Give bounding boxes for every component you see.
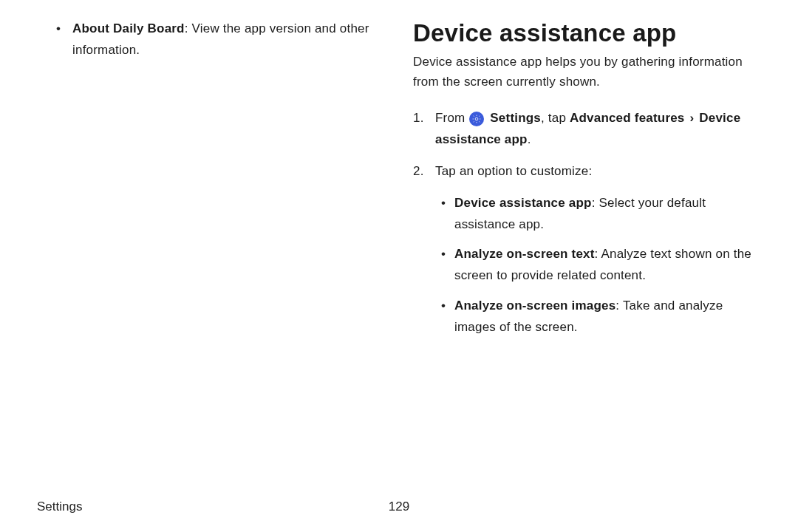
sub-bold-1: Analyze on-screen text — [454, 247, 595, 261]
section-intro: Device assistance app helps you by gathe… — [413, 52, 761, 92]
sub-bold-0: Device assistance app — [454, 196, 592, 210]
step1-advanced-label: Advanced features — [570, 111, 685, 125]
svg-point-0 — [476, 117, 479, 120]
footer-section-label: Settings — [37, 499, 82, 514]
footer-page-number: 129 — [389, 499, 409, 514]
sub-bold-2: Analyze on-screen images — [454, 299, 615, 313]
left-column: About Daily Board: View the app version … — [37, 18, 385, 477]
section-heading: Device assistance app — [413, 20, 761, 47]
step-1: From Settings, tap Advanced features › D… — [413, 108, 761, 151]
sub-item-device-assistance: Device assistance app: Select your defau… — [435, 193, 761, 236]
step2-sublist: Device assistance app: Select your defau… — [435, 193, 761, 338]
step2-text: Tap an option to customize: — [435, 164, 592, 178]
chevron-right-icon: › — [688, 111, 695, 125]
about-daily-board-label: About Daily Board — [72, 21, 185, 35]
right-column: Device assistance app Device assistance … — [413, 18, 761, 477]
about-daily-board-item: About Daily Board: View the app version … — [52, 18, 385, 61]
manual-page: About Daily Board: View the app version … — [0, 0, 798, 532]
step1-period: . — [528, 132, 531, 146]
step-2: Tap an option to customize: Device assis… — [413, 161, 761, 338]
left-bullet-list: About Daily Board: View the app version … — [52, 18, 385, 61]
two-column-layout: About Daily Board: View the app version … — [37, 18, 761, 477]
settings-icon — [469, 112, 484, 126]
step1-prefix: From — [435, 111, 468, 125]
page-footer: Settings 129 — [37, 499, 761, 514]
sub-item-analyze-images: Analyze on-screen images: Take and analy… — [435, 296, 761, 338]
left-content: About Daily Board: View the app version … — [37, 18, 385, 61]
step1-tap-text: , tap — [541, 111, 570, 125]
sub-item-analyze-text: Analyze on-screen text: Analyze text sho… — [435, 244, 761, 287]
steps-list: From Settings, tap Advanced features › D… — [413, 108, 761, 338]
step1-settings-label: Settings — [490, 111, 541, 125]
